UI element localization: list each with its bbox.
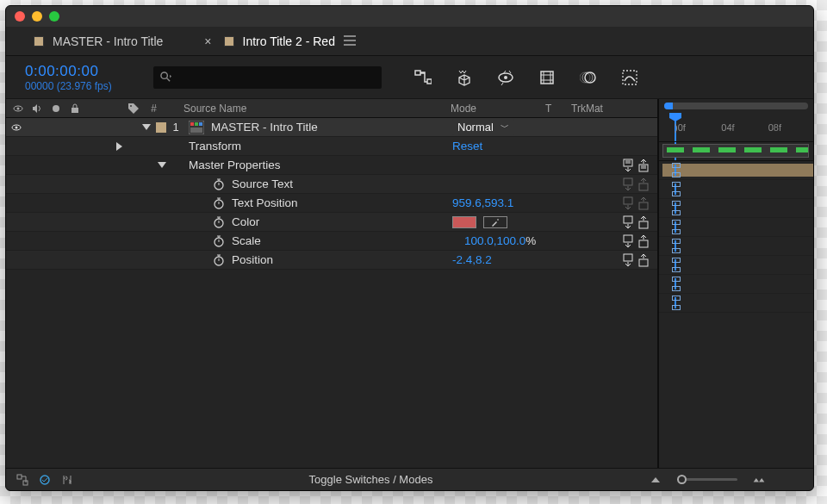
track-header-row (659, 142, 813, 161)
svg-rect-32 (639, 221, 648, 228)
svg-rect-34 (624, 235, 632, 242)
twirl-down-icon[interactable] (142, 124, 151, 130)
scale-value[interactable]: 100.0,100.0 (464, 234, 525, 247)
svg-point-7 (582, 72, 593, 83)
svg-rect-38 (639, 259, 648, 266)
reset-button[interactable]: Reset (452, 140, 599, 152)
push-pull-icons[interactable] (599, 177, 650, 191)
comp-layer-icon (189, 121, 204, 134)
color-swatch[interactable] (452, 216, 476, 228)
mode-column-header[interactable]: Mode (451, 103, 545, 115)
frames-display: 00000 (23.976 fps) (25, 80, 148, 92)
svg-rect-2 (427, 79, 432, 84)
text-position-value[interactable]: 959.6,593.1 (452, 196, 599, 209)
track-row (659, 237, 813, 256)
svg-rect-39 (17, 475, 22, 479)
stopwatch-icon[interactable] (213, 197, 225, 209)
index-column-header[interactable]: # (151, 103, 166, 115)
layer-panel: # Source Name Mode T TrkMat 1 MASTER - I… (6, 99, 657, 468)
window: MASTER - Intro Title × Intro Title 2 - R… (5, 5, 814, 491)
minimize-window-button[interactable] (32, 11, 42, 22)
label-header-icon[interactable] (127, 103, 140, 115)
time-ruler[interactable]: )0f 04f 08f (659, 99, 813, 142)
close-window-button[interactable] (15, 11, 25, 22)
property-controls-icon[interactable] (61, 474, 73, 486)
blend-mode-select[interactable]: Normal﹀ (452, 119, 514, 135)
trkmat-column-header[interactable]: TrkMat (571, 103, 657, 115)
push-pull-icons[interactable] (599, 234, 650, 248)
stopwatch-icon[interactable] (213, 254, 225, 266)
svg-point-16 (16, 126, 18, 128)
timeline-tracks[interactable]: )0f 04f 08f (657, 99, 813, 468)
stopwatch-icon[interactable] (213, 235, 225, 247)
draft-3d-icon[interactable] (456, 69, 473, 86)
chevron-down-icon: ﹀ (501, 121, 509, 134)
timeline-footer: Toggle Switches / Modes (6, 468, 813, 490)
eyedropper-icon[interactable] (483, 216, 507, 228)
push-pull-icons[interactable] (599, 215, 650, 229)
master-properties-label: Master Properties (185, 159, 452, 171)
layer-index: 1 (166, 121, 185, 134)
source-text-property[interactable]: Source Text (6, 175, 657, 194)
hide-shy-icon[interactable] (497, 69, 514, 86)
track-row (659, 218, 813, 237)
zoom-out-icon[interactable] (650, 474, 662, 486)
stopwatch-icon[interactable] (213, 178, 225, 190)
zoom-window-button[interactable] (49, 11, 59, 22)
svg-rect-35 (639, 240, 648, 247)
label-color-swatch[interactable] (156, 122, 166, 133)
push-pull-icons[interactable] (599, 196, 650, 210)
svg-point-4 (504, 76, 507, 79)
render-queue-icon[interactable] (39, 474, 51, 486)
audio-header-icon (32, 103, 42, 114)
track-row (659, 199, 813, 218)
twirl-down-icon[interactable] (158, 162, 166, 168)
svg-rect-18 (190, 122, 194, 126)
motion-blur-icon[interactable] (580, 69, 597, 86)
svg-point-12 (53, 105, 59, 112)
svg-rect-28 (624, 197, 632, 204)
svg-rect-31 (624, 216, 632, 223)
text-position-property[interactable]: Text Position 959.6,593.1 (6, 194, 657, 213)
frame-blend-icon[interactable] (538, 69, 556, 86)
color-property[interactable]: Color (6, 213, 657, 232)
name-column-header[interactable]: Source Name (166, 103, 451, 115)
graph-editor-icon[interactable] (621, 69, 638, 86)
svg-point-0 (161, 72, 167, 78)
push-pull-icons[interactable] (599, 253, 650, 267)
work-area-bar (664, 103, 808, 109)
toggle-switches-button[interactable]: Toggle Switches / Modes (92, 473, 650, 486)
zoom-slider[interactable] (677, 478, 737, 481)
svg-rect-21 (190, 128, 202, 133)
tab-master-intro[interactable]: MASTER - Intro Title (32, 29, 165, 53)
push-pull-icons[interactable] (599, 159, 650, 172)
svg-rect-1 (415, 71, 420, 75)
close-tab-icon[interactable]: × (201, 34, 215, 48)
zoom-in-icon[interactable] (753, 474, 765, 486)
transform-group[interactable]: Transform Reset (6, 137, 657, 156)
svg-rect-5 (541, 72, 553, 84)
comp-mini-flowchart-icon[interactable] (414, 69, 432, 86)
position-property[interactable]: Position -2.4,8.2 (6, 251, 657, 270)
macos-titlebar (6, 6, 813, 27)
master-properties-group[interactable]: Master Properties (6, 156, 657, 175)
composition-flowchart-icon[interactable] (16, 474, 28, 486)
panel-tabs: MASTER - Intro Title × Intro Title 2 - R… (6, 27, 813, 56)
layer-row[interactable]: 1 MASTER - Intro Title Normal﹀ (6, 118, 657, 137)
t-column-header[interactable]: T (545, 103, 571, 115)
tab-intro-title-2[interactable]: × Intro Title 2 - Red (199, 29, 358, 53)
svg-rect-19 (195, 122, 198, 126)
search-input[interactable] (153, 66, 382, 89)
svg-rect-9 (623, 71, 637, 84)
stopwatch-icon[interactable] (213, 216, 225, 228)
svg-rect-37 (624, 254, 632, 261)
timecode[interactable]: 0:00:00:00 00000 (23.976 fps) (6, 63, 148, 92)
layer-bar-row[interactable] (659, 161, 813, 180)
twirl-right-icon[interactable] (116, 142, 166, 151)
visibility-toggle-icon[interactable] (11, 122, 22, 133)
svg-point-41 (40, 476, 49, 484)
panel-menu-icon[interactable] (344, 34, 356, 48)
scale-property[interactable]: Scale 100.0,100.0% (6, 232, 657, 251)
tab-label: MASTER - Intro Title (53, 34, 163, 48)
position-value[interactable]: -2.4,8.2 (452, 253, 599, 266)
